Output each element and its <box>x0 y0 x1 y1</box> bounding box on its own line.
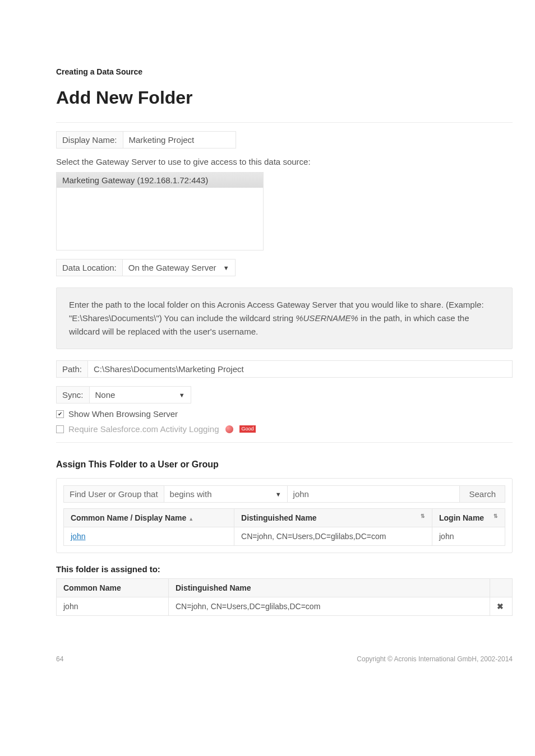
info-wildcard: %USERNAME% <box>296 313 358 323</box>
checkbox-icon[interactable] <box>56 410 64 418</box>
col-login-name[interactable]: Login Name⇅ <box>432 509 505 527</box>
assign-heading: Assign This Folder to a User or Group <box>56 460 513 470</box>
display-name-field: Display Name: Marketing Project <box>56 131 236 149</box>
assigned-to-heading: This folder is assigned to: <box>56 564 513 574</box>
search-label: Find User or Group that <box>64 486 164 502</box>
result-login: john <box>432 527 505 546</box>
require-salesforce-label: Require Salesforce.com Activity Logging <box>68 424 219 434</box>
assigned-to-table: Common Name Distinguished Name john CN=j… <box>56 578 513 616</box>
search-results-table: Common Name / Display Name▲ Distinguishe… <box>63 508 505 546</box>
good-badge-icon: Good <box>239 425 255 433</box>
search-button[interactable]: Search <box>460 486 505 502</box>
path-label: Path: <box>57 361 88 377</box>
col-distinguished-name[interactable]: Distinguished Name⇅ <box>234 509 432 527</box>
path-input[interactable]: C:\Shares\Documents\Marketing Project <box>88 361 512 377</box>
chevron-down-icon: ▼ <box>275 491 282 498</box>
path-field: Path: C:\Shares\Documents\Marketing Proj… <box>56 360 513 378</box>
sync-label: Sync: <box>57 387 90 403</box>
gateway-server-item[interactable]: Marketing Gateway (192.168.1.72:443) <box>57 173 263 188</box>
col-actions <box>490 579 513 597</box>
require-salesforce-checkbox[interactable]: Require Salesforce.com Activity Logging … <box>56 424 513 434</box>
chevron-down-icon: ▼ <box>179 392 185 398</box>
search-mode-value: begins with <box>170 489 212 499</box>
page-title: Add New Folder <box>56 87 513 108</box>
assigned-dn: CN=john, CN=Users,DC=glilabs,DC=com <box>169 597 490 616</box>
display-name-input[interactable]: Marketing Project <box>123 132 236 148</box>
col-common-name[interactable]: Common Name <box>57 579 169 597</box>
remove-assignment-button[interactable]: ✖ <box>490 597 513 616</box>
col-common-name[interactable]: Common Name / Display Name▲ <box>64 509 234 527</box>
path-info-box: Enter the path to the local folder on th… <box>56 287 513 349</box>
divider <box>56 122 513 123</box>
search-panel: Find User or Group that begins with ▼ jo… <box>56 478 513 553</box>
search-input[interactable]: john <box>288 486 460 502</box>
col-distinguished-name[interactable]: Distinguished Name <box>169 579 490 597</box>
show-when-browsing-label: Show When Browsing Server <box>68 409 178 419</box>
data-location-select[interactable]: Data Location: On the Gateway Server ▼ <box>56 259 236 276</box>
display-name-label: Display Name: <box>57 132 123 148</box>
gateway-instruction: Select the Gateway Server to use to give… <box>56 157 513 166</box>
col-dn-label: Distinguished Name <box>241 513 317 522</box>
page-number: 64 <box>56 655 63 663</box>
chevron-down-icon: ▼ <box>223 265 229 271</box>
search-mode-select[interactable]: begins with ▼ <box>164 486 288 502</box>
data-location-value: On the Gateway Server <box>128 263 216 272</box>
copyright-text: Copyright © Acronis International GmbH, … <box>357 655 513 663</box>
divider <box>56 442 513 443</box>
checkbox-icon[interactable] <box>56 425 64 433</box>
table-row: john CN=john, CN=Users,DC=glilabs,DC=com… <box>57 597 513 616</box>
col-login-label: Login Name <box>439 513 484 522</box>
search-row: Find User or Group that begins with ▼ jo… <box>63 485 505 503</box>
gateway-server-listbox[interactable]: Marketing Gateway (192.168.1.72:443) <box>56 172 264 251</box>
show-when-browsing-checkbox[interactable]: Show When Browsing Server <box>56 409 513 419</box>
assigned-common-name: john <box>57 597 169 616</box>
result-dn: CN=john, CN=Users,DC=glilabs,DC=com <box>234 527 432 546</box>
salesforce-icon <box>225 425 233 433</box>
sync-value: None <box>95 390 116 400</box>
section-label: Creating a Data Source <box>56 67 513 76</box>
sort-asc-icon: ▲ <box>188 516 193 522</box>
col-common-name-label: Common Name / Display Name <box>71 513 186 522</box>
sort-icon: ⇅ <box>494 513 498 519</box>
page-footer: 64 Copyright © Acronis International Gmb… <box>56 655 513 663</box>
sync-select[interactable]: Sync: None ▼ <box>56 386 191 403</box>
table-row[interactable]: john CN=john, CN=Users,DC=glilabs,DC=com… <box>64 527 505 546</box>
sort-icon: ⇅ <box>421 513 425 519</box>
result-common-name-link[interactable]: john <box>71 532 85 541</box>
data-location-label: Data Location: <box>57 259 123 276</box>
